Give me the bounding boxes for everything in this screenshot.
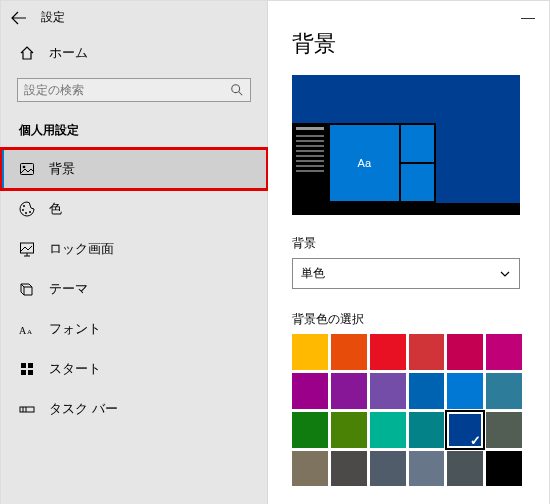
svg-point-2 — [23, 166, 26, 169]
nav-item-6[interactable]: タスク バー — [1, 389, 267, 429]
page-title: 背景 — [292, 29, 527, 59]
nav-label: テーマ — [49, 280, 88, 298]
svg-rect-12 — [21, 370, 26, 375]
nav-icon — [19, 201, 35, 217]
nav-icon — [19, 281, 35, 297]
color-swatch[interactable] — [331, 412, 367, 448]
color-swatch[interactable] — [331, 451, 367, 487]
color-swatch[interactable] — [331, 334, 367, 370]
background-dropdown-value: 単色 — [301, 265, 325, 282]
preview-tile — [401, 125, 434, 162]
nav-item-1[interactable]: 色 — [1, 189, 267, 229]
search-icon — [230, 83, 244, 97]
color-swatch[interactable] — [486, 334, 522, 370]
main-panel: — 背景 Aa 背景 単色 背景色の選択 — [268, 0, 550, 504]
preview-start-menu: Aa — [292, 123, 436, 203]
background-dropdown[interactable]: 単色 — [292, 258, 520, 289]
preview-menu-list — [292, 123, 328, 203]
nav-icon — [19, 241, 35, 257]
chevron-down-icon — [499, 268, 511, 280]
color-swatch[interactable] — [292, 412, 328, 448]
svg-point-0 — [232, 85, 240, 93]
swatch-label: 背景色の選択 — [292, 311, 527, 328]
preview-taskbar — [292, 203, 520, 215]
minimize-button[interactable]: — — [521, 9, 535, 25]
desktop-preview: Aa — [292, 75, 520, 215]
nav-icon — [19, 161, 35, 177]
preview-tiles: Aa — [328, 123, 436, 203]
titlebar: 設定 — [1, 1, 267, 34]
home-label: ホーム — [49, 44, 88, 62]
color-swatch[interactable] — [292, 451, 328, 487]
preview-tile-big: Aa — [330, 125, 399, 201]
app-title: 設定 — [41, 9, 65, 26]
back-button[interactable] — [11, 10, 27, 26]
color-swatch[interactable] — [370, 334, 406, 370]
color-swatch[interactable] — [370, 412, 406, 448]
color-swatch[interactable] — [447, 451, 483, 487]
nav-item-4[interactable]: AAフォント — [1, 309, 267, 349]
svg-rect-13 — [28, 370, 33, 375]
color-swatch[interactable] — [447, 334, 483, 370]
svg-rect-7 — [21, 243, 34, 253]
category-header: 個人用設定 — [1, 116, 267, 149]
nav-list: 背景色ロック画面テーマAAフォントスタートタスク バー — [1, 149, 267, 429]
color-swatch[interactable] — [409, 334, 445, 370]
nav-label: ロック画面 — [49, 240, 114, 258]
search-input[interactable] — [24, 83, 230, 97]
nav-item-3[interactable]: テーマ — [1, 269, 267, 309]
preview-tile — [401, 164, 434, 201]
color-swatch[interactable] — [409, 412, 445, 448]
color-swatch[interactable] — [331, 373, 367, 409]
svg-point-3 — [23, 205, 25, 207]
nav-label: スタート — [49, 360, 101, 378]
nav-item-5[interactable]: スタート — [1, 349, 267, 389]
color-swatch[interactable] — [486, 373, 522, 409]
color-swatch[interactable] — [486, 451, 522, 487]
nav-label: 背景 — [49, 160, 75, 178]
color-swatch[interactable] — [486, 412, 522, 448]
color-swatch[interactable] — [409, 373, 445, 409]
color-swatch[interactable] — [370, 373, 406, 409]
arrow-left-icon — [11, 10, 27, 26]
home-nav[interactable]: ホーム — [1, 34, 267, 72]
svg-point-5 — [25, 212, 27, 214]
svg-text:A: A — [27, 328, 32, 336]
nav-label: 色 — [49, 200, 62, 218]
nav-item-2[interactable]: ロック画面 — [1, 229, 267, 269]
color-swatch[interactable] — [292, 373, 328, 409]
svg-point-4 — [22, 209, 24, 211]
nav-label: タスク バー — [49, 400, 118, 418]
search-box[interactable] — [17, 78, 251, 102]
nav-icon — [19, 361, 35, 377]
nav-item-0[interactable]: 背景 — [1, 149, 267, 189]
svg-rect-11 — [28, 363, 33, 368]
color-swatch[interactable] — [447, 373, 483, 409]
background-dropdown-label: 背景 — [292, 235, 527, 252]
color-swatch[interactable] — [447, 412, 483, 448]
color-swatch[interactable] — [370, 451, 406, 487]
color-swatch[interactable] — [292, 334, 328, 370]
color-swatch[interactable] — [409, 451, 445, 487]
color-swatch-grid — [292, 334, 522, 486]
svg-point-6 — [29, 211, 31, 213]
home-icon — [19, 45, 35, 61]
nav-icon: AA — [19, 321, 35, 337]
nav-icon — [19, 401, 35, 417]
svg-rect-10 — [21, 363, 26, 368]
sidebar: 設定 ホーム 個人用設定 背景色ロック画面テーマAAフォントスタートタスク バー — [0, 0, 268, 504]
nav-label: フォント — [49, 320, 101, 338]
svg-rect-14 — [20, 407, 34, 412]
svg-text:A: A — [19, 325, 27, 336]
